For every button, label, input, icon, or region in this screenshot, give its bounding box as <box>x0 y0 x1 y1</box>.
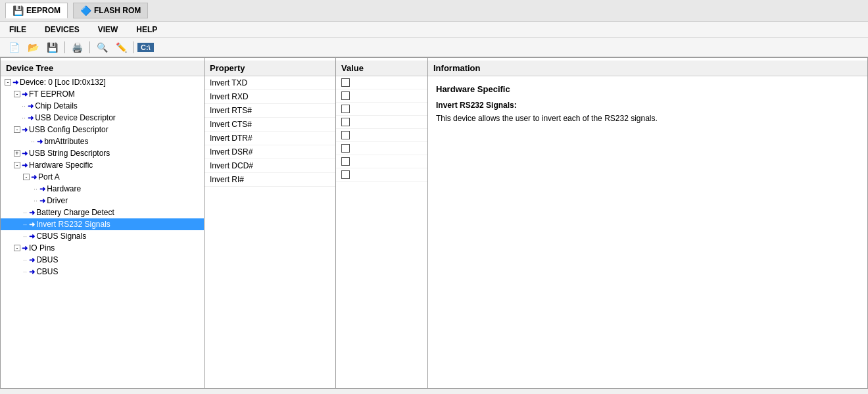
menu-view[interactable]: VIEW <box>94 23 122 36</box>
tree-item-usb-device-desc[interactable]: ·· ➜ USB Device Descriptor <box>1 112 204 124</box>
menu-bar: FILE DEVICES VIEW HELP <box>0 22 868 38</box>
expand-io-pins[interactable]: - <box>14 245 20 251</box>
value-panel: Value <box>336 58 428 388</box>
tree-item-usb-config-desc[interactable]: - ➜ USB Config Descriptor <box>1 124 204 135</box>
line-drv: ·· <box>34 197 37 205</box>
line-bm: ·· <box>31 137 35 145</box>
toolbar-sep3 <box>133 41 134 53</box>
label-dbus: DBUS <box>36 255 58 264</box>
prop-invert-cts: Invert CTS# <box>205 118 335 132</box>
tree-item-battery-charge-detect[interactable]: ·· ➜ Battery Charge Detect <box>1 207 204 218</box>
arrow-battery-charge-detect: ➜ <box>29 209 35 217</box>
expand-usb-config-desc[interactable]: - <box>14 126 20 133</box>
checkbox-invert-dcd[interactable] <box>341 157 350 166</box>
checkbox-invert-cts[interactable] <box>341 118 350 126</box>
tree-item-cbus-signals[interactable]: ·· ➜ CBUS Signals <box>1 230 204 242</box>
label-chip-details: Chip Details <box>35 101 78 111</box>
label-io-pins: IO Pins <box>29 243 55 253</box>
label-hardware: Hardware <box>47 184 81 193</box>
prop-invert-dsr: Invert DSR# <box>205 145 335 159</box>
arrow-usb-device-desc: ➜ <box>28 114 34 122</box>
value-invert-dtr <box>336 129 427 142</box>
property-panel: Property Invert TXD Invert RXD Invert RT… <box>205 58 336 388</box>
toolbar-print[interactable]: 🖨️ <box>68 40 86 55</box>
toolbar-new[interactable]: 📄 <box>5 40 23 55</box>
tree-item-io-pins[interactable]: - ➜ IO Pins <box>1 242 204 254</box>
tree-item-device0[interactable]: - ➜ Device: 0 [Loc ID:0x132] <box>1 76 204 88</box>
checkbox-invert-dtr[interactable] <box>341 131 350 139</box>
tree-item-bm-attributes[interactable]: ·· ➜ bmAttributes <box>1 135 204 147</box>
label-usb-device-desc: USB Device Descriptor <box>35 113 116 122</box>
prop-invert-dtr: Invert DTR# <box>205 132 335 145</box>
main-content: Device Tree - ➜ Device: 0 [Loc ID:0x132]… <box>0 57 868 389</box>
label-driver: Driver <box>47 196 68 205</box>
tree-item-dbus[interactable]: ·· ➜ DBUS <box>1 254 204 266</box>
expand-device0[interactable]: - <box>5 79 11 86</box>
arrow-usb-string-desc: ➜ <box>22 149 28 158</box>
tree-item-hardware-specific[interactable]: - ➜ Hardware Specific <box>1 159 204 171</box>
menu-help[interactable]: HELP <box>132 23 161 36</box>
tree-item-chip-details[interactable]: ·· ➜ Chip Details <box>1 100 204 112</box>
info-subtitle: Invert RS232 Signals: <box>436 101 859 110</box>
arrow-io-pins: ➜ <box>22 244 28 253</box>
checkbox-invert-rxd[interactable] <box>341 91 350 100</box>
eeprom-icon: 💾 <box>12 5 24 16</box>
value-invert-dcd <box>336 155 427 168</box>
menu-devices[interactable]: DEVICES <box>41 23 84 36</box>
value-header: Value <box>336 61 427 76</box>
tree-item-hardware[interactable]: ·· ➜ Hardware <box>1 183 204 195</box>
arrow-invert-rs232: ➜ <box>29 220 35 229</box>
tree-item-cbus[interactable]: ·· ➜ CBUS <box>1 266 204 278</box>
label-bm-attributes: bmAttributes <box>44 137 88 146</box>
toolbar-sep2 <box>89 41 90 53</box>
expand-usb-string-desc[interactable]: + <box>14 150 20 157</box>
line-usbdev: ·· <box>22 114 26 122</box>
tree-item-driver[interactable]: ·· ➜ Driver <box>1 195 204 207</box>
line-chip: ·· <box>22 102 26 110</box>
label-usb-string-desc: USB String Descriptors <box>29 149 110 158</box>
label-usb-config-desc: USB Config Descriptor <box>29 125 108 134</box>
tab-eeprom[interactable]: 💾 EEPROM <box>5 3 68 18</box>
tree-item-invert-rs232[interactable]: ·· ➜ Invert RS232 Signals <box>1 218 204 230</box>
arrow-usb-config-desc: ➜ <box>22 126 28 134</box>
value-invert-rxd <box>336 89 427 103</box>
property-header: Property <box>205 61 335 76</box>
flashrom-tab-label: FLASH ROM <box>94 6 141 15</box>
toolbar-cmd-btn[interactable]: C:\ <box>137 43 154 52</box>
tree-item-port-a[interactable]: - ➜ Port A <box>1 171 204 183</box>
arrow-device0: ➜ <box>12 78 18 87</box>
toolbar-save[interactable]: 💾 <box>43 40 61 55</box>
value-invert-txd <box>336 76 427 89</box>
label-invert-rs232: Invert RS232 Signals <box>36 220 110 229</box>
toolbar-open[interactable]: 📂 <box>24 40 42 55</box>
tree-item-usb-string-desc[interactable]: + ➜ USB String Descriptors <box>1 147 204 159</box>
flashrom-icon: 🔷 <box>80 5 91 16</box>
eeprom-tab-label: EEPROM <box>26 6 60 15</box>
arrow-bm-attributes: ➜ <box>37 137 43 146</box>
arrow-cbus: ➜ <box>29 268 35 276</box>
label-ft-eeprom: FT EEPROM <box>29 89 75 99</box>
toolbar: 📄 📂 💾 🖨️ 🔍 ✏️ C:\ <box>0 38 868 57</box>
label-cbus-signals: CBUS Signals <box>36 232 86 241</box>
label-cbus: CBUS <box>36 267 58 276</box>
label-port-a: Port A <box>38 172 60 182</box>
toolbar-search[interactable]: 🔍 <box>93 40 111 55</box>
expand-hardware-specific[interactable]: - <box>14 162 20 168</box>
checkbox-invert-txd[interactable] <box>341 78 350 87</box>
label-battery-charge-detect: Battery Charge Detect <box>36 208 114 217</box>
checkbox-invert-ri[interactable] <box>341 170 350 179</box>
value-invert-ri <box>336 168 427 182</box>
info-title: Hardware Specific <box>436 84 859 94</box>
expand-port-a[interactable]: - <box>23 174 30 180</box>
checkbox-invert-dsr[interactable] <box>341 144 350 153</box>
value-invert-rts <box>336 103 427 116</box>
expand-ft-eeprom[interactable]: - <box>14 91 20 97</box>
checkbox-invert-rts[interactable] <box>341 105 350 113</box>
label-device0: Device: 0 [Loc ID:0x132] <box>20 78 106 87</box>
toolbar-edit[interactable]: ✏️ <box>112 40 130 55</box>
info-panel: Information Hardware Specific Invert RS2… <box>428 58 867 388</box>
toolbar-sep1 <box>64 41 65 53</box>
tree-item-ft-eeprom[interactable]: - ➜ FT EEPROM <box>1 88 204 100</box>
tab-flashrom[interactable]: 🔷 FLASH ROM <box>73 3 148 18</box>
menu-file[interactable]: FILE <box>5 23 30 36</box>
